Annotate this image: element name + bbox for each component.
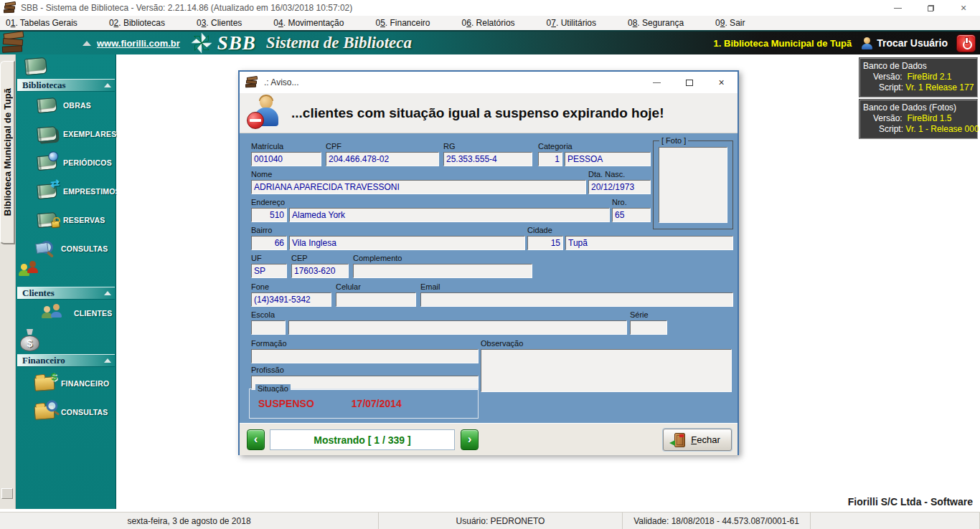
exchange-arrows-icon: ⇄	[50, 176, 60, 190]
sidebar-section-bibliotecas[interactable]: Bibliotecas	[17, 79, 115, 92]
endereco-code-field[interactable]	[251, 208, 287, 222]
sidebar-item-reservas[interactable]: RESERVAS	[37, 209, 105, 231]
uf-field[interactable]	[251, 264, 287, 278]
dialog-titlebar[interactable]: .: Aviso... ×	[240, 72, 738, 93]
formacao-label: Formação	[251, 339, 479, 349]
db-version-value: FireBird 2.1	[907, 72, 951, 82]
power-off-button[interactable]	[956, 34, 976, 52]
sidebar-item-exemplares[interactable]: EXEMPLARES	[37, 123, 116, 145]
user-icon	[862, 37, 872, 49]
fechar-button[interactable]: Fechar	[663, 429, 732, 451]
menu-movimentacao[interactable]: 04. Movimentação	[268, 18, 358, 28]
sidebar: Bibliotecas OBRAS EXEMPLARES PERIÓDICOS …	[16, 54, 116, 509]
cpf-field[interactable]	[326, 152, 439, 166]
switch-user-button[interactable]: Trocar Usuário	[877, 37, 948, 49]
cidade-field[interactable]	[565, 236, 733, 250]
endereco-field[interactable]	[289, 208, 610, 222]
no-entry-icon	[247, 112, 264, 129]
matricula-field[interactable]	[251, 152, 321, 166]
nro-label: Nro.	[612, 198, 651, 208]
menu-financeiro[interactable]: 05. Financeiro	[369, 18, 444, 28]
categoria-label: Categoria	[538, 142, 562, 152]
dialog-maximize-button[interactable]	[673, 72, 705, 93]
uf-label: UF	[251, 254, 287, 264]
sidebar-section-clientes[interactable]: Clientes	[17, 287, 115, 300]
restore-icon	[928, 5, 934, 11]
books-icon	[37, 126, 57, 142]
situacao-groupbox: Situação SUSPENSO 17/07/2014	[249, 389, 479, 419]
situacao-status: SUSPENSO	[258, 398, 314, 409]
sidebar-item-periodicos[interactable]: PERIÓDICOS	[37, 152, 112, 173]
dialog-minimize-button[interactable]	[641, 72, 673, 93]
cep-field[interactable]	[291, 264, 349, 278]
nro-field[interactable]	[612, 208, 651, 222]
sidebar-section-financeiro[interactable]: Financeiro	[17, 354, 115, 367]
app-books-icon	[4, 2, 17, 14]
db-fotos-script-value: Vr. 1 - Release 000	[905, 124, 979, 134]
menu-sair[interactable]: 09. Sair	[710, 18, 759, 28]
serie-field[interactable]	[630, 320, 667, 335]
dialog-close-button[interactable]: ×	[705, 72, 738, 93]
foto-groupbox: [ Foto ]	[653, 140, 733, 229]
escola-field[interactable]	[288, 320, 627, 335]
database-main-box: Banco de Dados Versão: FireBird 2.1 Scri…	[859, 57, 978, 97]
menu-bibliotecas[interactable]: 02. Bibliotecas	[103, 18, 179, 28]
celular-field[interactable]	[336, 292, 416, 307]
window-minimize-button[interactable]	[881, 0, 914, 16]
fiorilli-website-link[interactable]: www.fiorilli.com.br	[97, 38, 180, 49]
previous-record-button[interactable]: ‹	[247, 429, 265, 450]
status-empty-segment	[811, 513, 980, 529]
sidebar-item-consultas[interactable]: CONSULTAS	[36, 238, 108, 259]
sidebar-item-financeiro[interactable]: $ FINANCEIRO	[34, 373, 109, 394]
sidebar-item-clientes[interactable]: CLIENTES	[40, 302, 113, 324]
bairro-field[interactable]	[289, 236, 525, 250]
profissao-label: Profissão	[251, 366, 479, 376]
library-vertical-tab[interactable]: Biblioteca Municipal de Tupã	[0, 61, 15, 244]
sidebar-item-emprestimos[interactable]: ⇄ EMPRESTIMOS	[37, 181, 121, 202]
app-header: www.fiorilli.com.br SBB Sistema de Bibli…	[0, 30, 980, 54]
dta-nasc-field[interactable]	[588, 180, 651, 194]
collapse-sidebar-icon[interactable]	[83, 41, 91, 46]
window-restore-button[interactable]	[914, 0, 947, 16]
db-script-value: Vr. 1 Release 177	[905, 82, 974, 92]
suspended-client-icon	[248, 96, 281, 130]
window-titlebar: SBB - Sistema de Biblioteca - Versão: 2.…	[0, 0, 980, 16]
cidade-code-field[interactable]	[527, 236, 563, 250]
maximize-icon	[686, 80, 693, 86]
categoria-code-field[interactable]	[538, 152, 562, 166]
categoria-field[interactable]	[565, 152, 651, 166]
nome-field[interactable]	[251, 180, 586, 194]
rg-label: RG	[443, 142, 532, 152]
window-close-button[interactable]: ×	[947, 0, 980, 16]
aviso-dialog: .: Aviso... × ...clientes com situação i…	[238, 70, 739, 455]
menu-clientes[interactable]: 03. Clientes	[191, 18, 256, 28]
situacao-label: Situação	[255, 384, 291, 393]
menu-relatorios[interactable]: 06. Relatórios	[456, 18, 529, 28]
database-fotos-box: Banco de Dados (Fotos) Versão: FireBird …	[859, 99, 978, 139]
next-record-button[interactable]: ›	[461, 429, 479, 450]
email-label: Email	[420, 282, 733, 292]
strip-grip[interactable]	[1, 488, 13, 499]
database-panel: Banco de Dados Versão: FireBird 2.1 Scri…	[859, 57, 978, 140]
escola-code-field[interactable]	[251, 320, 286, 335]
rg-field[interactable]	[443, 152, 532, 166]
status-bar: sexta-feira, 3 de agosto de 2018 Usuário…	[0, 512, 980, 529]
sidebar-item-obras[interactable]: OBRAS	[37, 95, 91, 116]
close-icon: ×	[961, 3, 966, 13]
app-name: Sistema de Biblioteca	[266, 34, 412, 52]
complemento-field[interactable]	[353, 264, 532, 278]
menu-bar: 01. Tabelas Gerais 02. Bibliotecas 03. C…	[0, 16, 980, 30]
observacao-field[interactable]	[481, 349, 732, 392]
menu-utilitarios[interactable]: 07. Utilitários	[541, 18, 611, 28]
fone-field[interactable]	[251, 292, 331, 307]
celular-label: Celular	[336, 282, 416, 292]
dialog-books-icon	[245, 77, 258, 88]
exit-door-icon	[674, 433, 685, 447]
magnifier-icon	[44, 399, 60, 414]
bairro-code-field[interactable]	[251, 236, 287, 250]
email-field[interactable]	[420, 292, 733, 307]
menu-seguranca[interactable]: 08. Segurança	[622, 18, 698, 28]
menu-tabelas-gerais[interactable]: 01. Tabelas Gerais	[0, 18, 92, 28]
formacao-field[interactable]	[251, 349, 479, 363]
sidebar-item-consultas-financeiro[interactable]: CONSULTAS	[34, 401, 108, 423]
